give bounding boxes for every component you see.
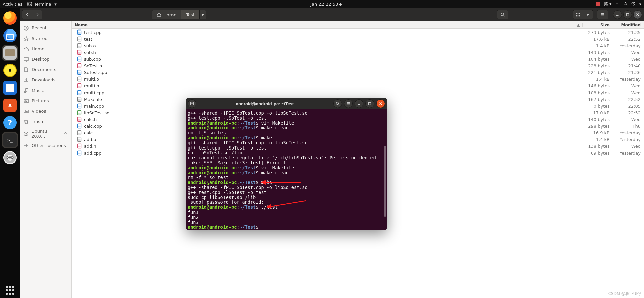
dock-firefox[interactable] (2, 10, 18, 26)
dock-software[interactable]: A (2, 97, 18, 113)
breadcrumb-home[interactable]: Home (152, 10, 181, 19)
back-button[interactable] (22, 10, 32, 19)
file-modified: Wed (613, 117, 644, 122)
table-row[interactable]: sub.h143 bytesWed (72, 49, 644, 56)
file-icon (77, 36, 82, 42)
breadcrumb-home-label: Home (163, 12, 176, 17)
maximize-button[interactable] (623, 10, 632, 19)
terminal-search-button[interactable] (333, 99, 342, 108)
sidebar-item-recent[interactable]: Recent (20, 23, 71, 33)
clock[interactable]: Jan 22 22:53 (310, 2, 342, 7)
dock-thunderbird[interactable] (2, 27, 18, 44)
table-row[interactable]: multi.cpp108 bytesWed (72, 89, 644, 96)
close-button[interactable] (633, 10, 642, 19)
file-size: 228 bytes (582, 63, 613, 68)
sidebar-item-disk[interactable]: Ubuntu 20.0… (20, 128, 71, 138)
forward-button[interactable] (32, 10, 42, 19)
new-tab-button[interactable] (188, 99, 196, 108)
thunderbird-icon (3, 29, 17, 42)
rhythmbox-icon (3, 64, 17, 77)
input-language[interactable]: 英 ▾ (604, 1, 612, 7)
view-dropdown-button[interactable]: ▾ (583, 10, 593, 19)
gnome-dock: A ? >_ DVD (0, 8, 20, 298)
sidebar-item-trash[interactable]: Trash (20, 116, 71, 127)
sort-indicator[interactable]: ▲ (574, 23, 582, 27)
hamburger-menu[interactable] (597, 10, 608, 19)
terminal-line: android@android-pc:~/Test$ vim Makefile (188, 165, 385, 170)
sidebar-item-downloads[interactable]: Downloads (20, 75, 71, 85)
sidebar-item-music[interactable]: Music (20, 85, 71, 96)
sidebar-item-desktop[interactable]: Desktop (20, 54, 71, 64)
svg-rect-28 (78, 72, 81, 74)
dock-disc[interactable]: DVD (2, 150, 18, 166)
table-row[interactable]: SoTest.h228 bytes21:40 (72, 62, 644, 69)
file-size: 17.0 kB (582, 110, 613, 115)
new-tab-icon (190, 101, 194, 106)
breadcrumb-current[interactable]: Test (181, 10, 200, 19)
dock-libreoffice[interactable] (2, 80, 18, 96)
sidebar-item-label: Videos (32, 109, 46, 114)
dock-terminal[interactable]: >_ (2, 132, 18, 148)
table-row[interactable]: sub.o1.4 kBYesterday (72, 42, 644, 49)
terminal-content[interactable]: g++ -shared -fPIC SoTest.cpp -o libSoTes… (186, 109, 387, 230)
power-icon[interactable] (631, 1, 636, 7)
sidebar-item-home[interactable]: Home (20, 44, 71, 54)
volume-icon[interactable] (623, 1, 628, 7)
table-row[interactable]: sub.cpp104 bytesWed (72, 56, 644, 62)
gnome-top-panel: Activities Terminal ▾ Jan 22 22:53 英 ▾ ▾ (0, 0, 644, 8)
app-menu-label: Terminal (34, 2, 52, 7)
table-row[interactable]: SoTest.cpp221 bytes21:36 (72, 69, 644, 76)
search-button[interactable] (497, 10, 508, 19)
table-row[interactable]: multi.h146 bytesWed (72, 82, 644, 89)
file-size: 0 bytes (582, 104, 613, 109)
sidebar-item-other-locations[interactable]: Other Locations (20, 140, 71, 150)
file-size: 1.4 kB (582, 77, 613, 82)
table-row[interactable]: test.cpp273 bytes21:35 (72, 29, 644, 36)
terminal-line: g++ -shared -fPIC SoTest.cpp -o libSoTes… (188, 140, 385, 145)
trash-icon (23, 119, 29, 124)
dock-help[interactable]: ? (2, 115, 18, 131)
svg-rect-3 (576, 13, 578, 14)
terminal-window: android@android-pc: ~/Test g++ -shared -… (186, 98, 387, 230)
table-row[interactable]: test17.6 kB22:52 (72, 36, 644, 42)
column-modified[interactable]: Modified (613, 23, 644, 27)
sidebar-item-label: Documents (32, 67, 56, 72)
file-icon (77, 63, 82, 68)
terminal-scrollbar[interactable] (384, 146, 386, 217)
terminal-line: android@android-pc:~/Test$ make (188, 180, 385, 185)
sidebar-item-label: Downloads (32, 77, 55, 82)
minimize-button[interactable] (613, 10, 622, 19)
eject-icon[interactable] (63, 131, 68, 136)
network-icon[interactable] (615, 1, 620, 7)
breadcrumb-dropdown[interactable]: ▾ (200, 10, 206, 19)
icon-view-button[interactable] (573, 10, 583, 19)
file-modified: Yesterday (613, 130, 644, 135)
terminal-minimize-button[interactable] (355, 99, 363, 108)
terminal-maximize-button[interactable] (365, 99, 374, 108)
app-menu[interactable]: Terminal ▾ (27, 2, 56, 7)
file-name: test (84, 37, 582, 42)
chevron-down-icon[interactable]: ▾ (639, 2, 641, 7)
column-size[interactable]: Size (582, 23, 613, 27)
show-applications[interactable] (0, 286, 20, 295)
do-not-disturb-icon[interactable] (596, 2, 600, 6)
sidebar-item-videos[interactable]: Videos (20, 106, 71, 116)
terminal-menu-button[interactable] (344, 99, 353, 108)
column-name[interactable]: Name (72, 23, 574, 27)
file-modified: Wed (613, 50, 644, 55)
sidebar-item-pictures[interactable]: Pictures (20, 96, 71, 106)
grid-icon (576, 12, 580, 17)
dock-files[interactable] (2, 45, 18, 61)
sidebar-item-documents[interactable]: Documents (20, 64, 71, 75)
activities-button[interactable]: Activities (3, 2, 22, 7)
dock-rhythmbox[interactable] (2, 62, 18, 78)
sidebar-item-label: Home (32, 46, 44, 51)
file-icon (77, 143, 82, 149)
table-row[interactable]: multi.o1.4 kBYesterday (72, 76, 644, 82)
sidebar-item-starred[interactable]: Starred (20, 33, 71, 44)
file-size: 146 bytes (582, 83, 613, 88)
file-name: sub.o (84, 43, 582, 48)
home-icon (23, 46, 29, 52)
terminal-close-button[interactable] (376, 99, 385, 108)
terminal-line: g++ -shared -fPIC SoTest.cpp -o libSoTes… (188, 185, 385, 190)
